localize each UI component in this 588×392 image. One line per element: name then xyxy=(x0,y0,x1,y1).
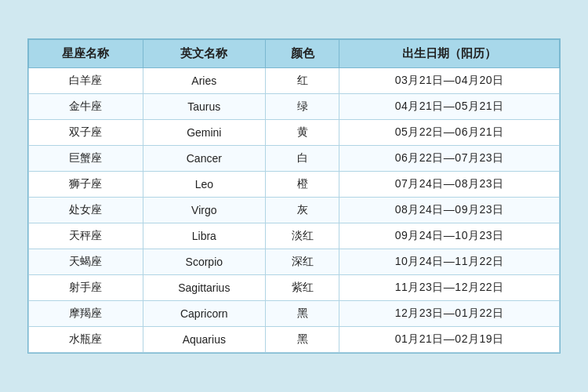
table-header-row: 星座名称 英文名称 颜色 出生日期（阳历） xyxy=(29,40,560,68)
col-header-chinese: 星座名称 xyxy=(29,40,143,68)
cell-english-name: Libra xyxy=(143,223,265,249)
cell-dates: 04月21日—05月21日 xyxy=(339,94,560,120)
cell-chinese-name: 射手座 xyxy=(29,275,143,301)
table-row: 摩羯座Capricorn黑12月23日—01月22日 xyxy=(29,301,560,327)
table-row: 巨蟹座Cancer白06月22日—07月23日 xyxy=(29,146,560,172)
cell-color: 紫红 xyxy=(265,275,339,301)
cell-english-name: Aries xyxy=(143,68,265,94)
table-row: 射手座Sagittarius紫红11月23日—12月22日 xyxy=(29,275,560,301)
cell-color: 黑 xyxy=(265,327,339,353)
cell-chinese-name: 水瓶座 xyxy=(29,327,143,353)
cell-dates: 01月21日—02月19日 xyxy=(339,327,560,353)
cell-color: 灰 xyxy=(265,198,339,223)
col-header-color: 颜色 xyxy=(265,40,339,68)
cell-dates: 03月21日—04月20日 xyxy=(339,68,560,94)
cell-dates: 10月24日—11月22日 xyxy=(339,249,560,275)
cell-english-name: Sagittarius xyxy=(143,275,265,301)
cell-english-name: Virgo xyxy=(143,198,265,223)
table-row: 水瓶座Aquarius黑01月21日—02月19日 xyxy=(29,327,560,353)
cell-color: 绿 xyxy=(265,94,339,120)
table-row: 处女座Virgo灰08月24日—09月23日 xyxy=(29,198,560,223)
cell-english-name: Capricorn xyxy=(143,301,265,327)
cell-dates: 05月22日—06月21日 xyxy=(339,120,560,146)
col-header-dates: 出生日期（阳历） xyxy=(339,40,560,68)
table-row: 天蝎座Scorpio深红10月24日—11月22日 xyxy=(29,249,560,275)
col-header-english: 英文名称 xyxy=(143,40,265,68)
cell-color: 黑 xyxy=(265,301,339,327)
cell-dates: 09月24日—10月23日 xyxy=(339,223,560,249)
table-row: 狮子座Leo橙07月24日—08月23日 xyxy=(29,172,560,198)
cell-chinese-name: 白羊座 xyxy=(29,68,143,94)
cell-chinese-name: 狮子座 xyxy=(29,172,143,198)
table-row: 天秤座Libra淡红09月24日—10月23日 xyxy=(29,223,560,249)
cell-chinese-name: 摩羯座 xyxy=(29,301,143,327)
cell-dates: 08月24日—09月23日 xyxy=(339,198,560,223)
table-row: 金牛座Taurus绿04月21日—05月21日 xyxy=(29,94,560,120)
cell-color: 红 xyxy=(265,68,339,94)
cell-dates: 07月24日—08月23日 xyxy=(339,172,560,198)
cell-chinese-name: 巨蟹座 xyxy=(29,146,143,172)
cell-dates: 06月22日—07月23日 xyxy=(339,146,560,172)
cell-dates: 12月23日—01月22日 xyxy=(339,301,560,327)
cell-english-name: Scorpio xyxy=(143,249,265,275)
cell-color: 淡红 xyxy=(265,223,339,249)
zodiac-table: 星座名称 英文名称 颜色 出生日期（阳历） 白羊座Aries红03月21日—04… xyxy=(28,39,560,353)
cell-english-name: Gemini xyxy=(143,120,265,146)
cell-english-name: Cancer xyxy=(143,146,265,172)
cell-color: 白 xyxy=(265,146,339,172)
table-row: 白羊座Aries红03月21日—04月20日 xyxy=(29,68,560,94)
cell-color: 橙 xyxy=(265,172,339,198)
cell-chinese-name: 处女座 xyxy=(29,198,143,223)
zodiac-table-container: 星座名称 英文名称 颜色 出生日期（阳历） 白羊座Aries红03月21日—04… xyxy=(27,38,561,354)
table-row: 双子座Gemini黄05月22日—06月21日 xyxy=(29,120,560,146)
cell-chinese-name: 天蝎座 xyxy=(29,249,143,275)
cell-chinese-name: 双子座 xyxy=(29,120,143,146)
cell-color: 黄 xyxy=(265,120,339,146)
cell-english-name: Aquarius xyxy=(143,327,265,353)
cell-chinese-name: 天秤座 xyxy=(29,223,143,249)
cell-color: 深红 xyxy=(265,249,339,275)
cell-dates: 11月23日—12月22日 xyxy=(339,275,560,301)
cell-english-name: Taurus xyxy=(143,94,265,120)
cell-chinese-name: 金牛座 xyxy=(29,94,143,120)
cell-english-name: Leo xyxy=(143,172,265,198)
